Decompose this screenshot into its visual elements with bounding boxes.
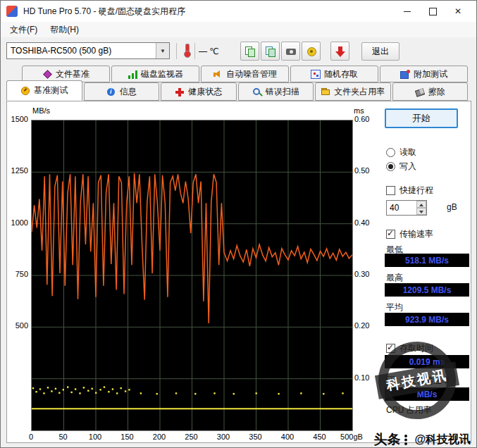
minimize-button[interactable]: [395, 1, 420, 22]
spinner-down-button[interactable]: [416, 208, 426, 215]
save-results-button[interactable]: [302, 42, 321, 61]
copy-image-icon: [266, 46, 275, 56]
y-axis-unit-right: ms: [354, 106, 364, 115]
short-stroke-checkbox[interactable]: [386, 186, 395, 195]
y-left-tick-label: 1500: [7, 115, 28, 123]
menu-file[interactable]: 文件(F): [4, 23, 44, 37]
access-time-row[interactable]: 存取时间: [386, 342, 433, 354]
short-stroke-label: 快捷行程: [399, 185, 433, 197]
transfer-rate-row[interactable]: 传输速率: [386, 228, 433, 240]
y-right-tick-label: 0.40: [354, 218, 376, 227]
y-left-tick-label: 1000: [7, 218, 28, 227]
tab-disk-monitor[interactable]: 磁盘监视器: [111, 66, 199, 82]
tab-label: 文件基准: [56, 68, 89, 80]
tab-folder-usage[interactable]: 文件夹占用率: [315, 82, 391, 101]
y-right-tick-label: 0.10: [354, 373, 376, 382]
burst-rate-checkbox[interactable]: [386, 376, 395, 385]
screenshot-button[interactable]: [281, 42, 300, 61]
minimize-icon: [404, 11, 411, 12]
tab-label: 附加测试: [414, 68, 447, 80]
toolbar-separator: [194, 43, 195, 59]
access-time-checkbox[interactable]: [386, 344, 395, 353]
tab-label: 随机存取: [324, 68, 358, 80]
tab-label: 错误扫描: [266, 86, 299, 98]
tab-random-access[interactable]: 随机存取: [290, 66, 378, 82]
benchmark-plot-svg: [32, 120, 352, 430]
y-right-tick-label: 0.20: [354, 321, 376, 330]
transfer-rate-checkbox[interactable]: [386, 230, 395, 239]
tab-benchmark[interactable]: 基准测试: [6, 80, 82, 101]
access-time-value: 0.019 ms: [385, 355, 469, 368]
burst-rate-value: MB/s: [385, 387, 469, 401]
x-tick-label: 500gB: [337, 433, 366, 441]
tab-label: 擦除: [428, 86, 445, 98]
x-tick-label: 250: [178, 433, 206, 441]
health-icon: [175, 87, 185, 97]
burst-rate-row[interactable]: 突发传输速率: [386, 375, 450, 387]
random-access-icon: [311, 70, 321, 79]
y-left-tick-label: 500: [7, 321, 28, 330]
folder-usage-icon: [321, 87, 330, 97]
start-button[interactable]: 开始: [385, 108, 458, 128]
write-radio[interactable]: [386, 162, 395, 171]
copy-image-button[interactable]: [261, 42, 280, 61]
x-tick-label: 100: [81, 433, 109, 441]
menu-help[interactable]: 帮助(H): [44, 23, 85, 37]
drive-select[interactable]: TOSHIBA-RC500 (500 gB) ▼: [6, 42, 170, 59]
toolbar: TOSHIBA-RC500 (500 gB) ▼ — ℃ 退出: [1, 37, 476, 66]
toolbar-separator: [176, 43, 177, 59]
titlebar[interactable]: HD Tune Pro 5.70 - 硬盘/固态硬盘实用程序: [1, 1, 476, 22]
maximize-button[interactable]: [420, 1, 445, 22]
menubar: 文件(F) 帮助(H): [1, 22, 476, 38]
transfer-rate-label: 传输速率: [399, 228, 433, 240]
cpu-usage-label: CPU 占用率: [386, 404, 432, 416]
max-value: 1209.5 MB/s: [385, 283, 469, 297]
noise-management-icon: [213, 70, 223, 79]
read-radio-label: 读取: [399, 147, 416, 158]
y-left-tick-label: 1250: [7, 166, 28, 175]
copy-text-button[interactable]: [240, 42, 259, 61]
maximize-icon: [429, 8, 437, 15]
close-button[interactable]: [445, 1, 471, 22]
file-benchmark-icon: [42, 70, 52, 79]
error-scan-icon: [252, 87, 262, 97]
tab-auto-noise[interactable]: 自动噪音管理: [201, 66, 289, 82]
tabs-top-row: 文件基准磁盘监视器自动噪音管理随机存取附加测试: [22, 66, 468, 82]
spinner-up-button[interactable]: [416, 201, 426, 208]
exit-button[interactable]: 退出: [361, 42, 399, 61]
tab-label: 文件夹占用率: [334, 86, 385, 98]
short-stroke-row[interactable]: 快捷行程: [386, 185, 433, 197]
info-icon: [106, 87, 116, 97]
x-tick-label: 0: [17, 433, 45, 441]
tab-error-scan[interactable]: 错误扫描: [238, 82, 314, 101]
tab-label: 磁盘监视器: [141, 68, 183, 80]
x-tick-label: 450: [306, 433, 334, 441]
y-right-tick-label: 0.50: [354, 166, 376, 175]
controls-panel: 开始 读取 写入 快捷行程 gB: [375, 101, 471, 442]
read-radio-row[interactable]: 读取: [386, 147, 416, 158]
burst-rate-label: 突发传输速率: [399, 375, 450, 387]
max-label: 最高: [386, 272, 403, 284]
write-radio-label: 写入: [399, 161, 416, 173]
y-left-tick-label: 750: [7, 270, 28, 278]
x-tick-label: 350: [242, 433, 270, 441]
chevron-down-icon[interactable]: ▼: [156, 43, 169, 58]
benchmark-icon: [20, 86, 30, 95]
app-window: HD Tune Pro 5.70 - 硬盘/固态硬盘实用程序 文件(F) 帮助(…: [0, 0, 477, 448]
thermometer-icon: [183, 44, 190, 58]
tab-label: 基准测试: [34, 85, 68, 97]
x-tick-label: 400: [273, 433, 302, 441]
benchmark-panel: MB/s ms 1500125010007505000.600.500.400.…: [6, 101, 471, 443]
tab-extra-tests[interactable]: 附加测试: [380, 66, 468, 82]
write-radio-row[interactable]: 写入: [386, 161, 416, 173]
tab-erase[interactable]: 擦除: [392, 82, 469, 101]
min-value: 518.1 MB/s: [385, 254, 469, 267]
window-title: HD Tune Pro 5.70 - 硬盘/固态硬盘实用程序: [23, 6, 185, 18]
tab-info[interactable]: 信息: [84, 82, 160, 101]
y-right-tick-label: 0.60: [354, 115, 376, 123]
read-radio[interactable]: [386, 148, 395, 157]
download-update-button[interactable]: [330, 42, 349, 61]
tab-health[interactable]: 健康状态: [161, 82, 237, 101]
window-controls: [395, 1, 471, 22]
x-tick-label: 50: [49, 433, 78, 441]
